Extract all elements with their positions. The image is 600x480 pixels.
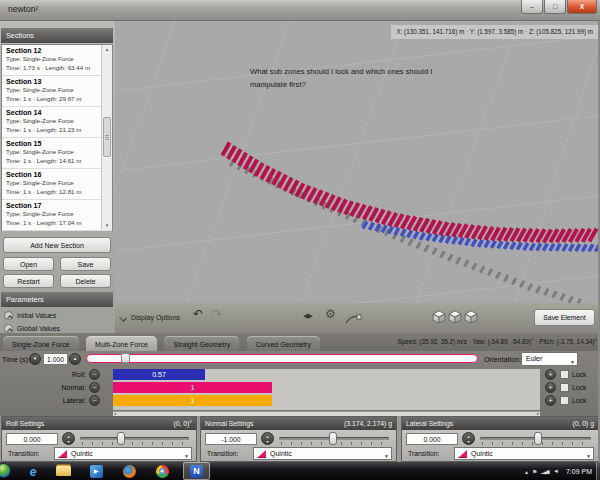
orientation-select[interactable]: Euler ▼ [521,352,578,366]
lateral-value-input[interactable]: 0.000 [406,433,458,445]
roll-slider-thumb[interactable] [117,432,125,445]
lateral-force-bar[interactable]: 1 [113,395,272,406]
spin-down-icon: ▼ [67,440,71,444]
firefox-icon [123,465,136,478]
time-input[interactable]: 1.000 [43,353,68,365]
cube-icon[interactable] [432,310,446,324]
lateral-bar-value: 1 [191,397,195,404]
save-element-button[interactable]: Save Element [534,309,595,326]
spin-up-icon: ▲ [67,435,71,439]
action-center-flag-icon[interactable]: ⚑ [532,468,537,475]
save-button[interactable]: Save [60,257,111,271]
lateral-transition-select[interactable]: Quintic ▼ [454,447,594,460]
delete-button[interactable]: Delete [60,274,111,288]
normal-add-button[interactable]: + [545,382,556,393]
lateral-slider-thumb[interactable] [534,432,542,445]
scroll-down-icon[interactable]: ▾ [102,221,112,230]
restart-button[interactable]: Restart [3,274,54,288]
internet-explorer-icon: e [30,465,37,479]
titlebar[interactable]: newton² [0,0,600,21]
lateral-spinner[interactable]: ▲▼ [462,432,475,445]
dropdown-caret-icon: ▼ [184,451,189,462]
section-item[interactable]: Section 14 Type: Single-Zone Force Time:… [2,107,112,138]
tray-expand-icon[interactable]: ▴ [525,468,528,475]
taskbar-chrome-button[interactable] [151,463,173,479]
network-icon[interactable]: ▂▄▆ [541,469,549,474]
section-type: Type: Single-Zone Force [6,148,108,157]
viewport-note: What sub zones should I lock and which o… [250,65,432,91]
view-preset-cubes [432,310,478,324]
maximize-button[interactable]: □ [544,0,566,14]
roll-transition-select[interactable]: Quintic ▼ [54,447,192,460]
close-button[interactable]: X [567,0,597,14]
time-decrease-button[interactable]: ▼ [29,353,41,365]
taskbar-firefox-button[interactable] [118,463,140,479]
time-increase-button[interactable]: ▲ [69,353,81,365]
spin-down-icon: ▼ [467,440,471,444]
global-values-item[interactable]: Global Values [4,322,112,335]
section-item[interactable]: Section 15 Type: Single-Zone Force Time:… [2,138,112,169]
normal-lock-checkbox[interactable] [560,383,569,392]
taskbar-media-player-button[interactable]: ▶ [85,463,107,479]
gear-icon[interactable]: ⚙ [325,307,336,321]
pan-arrows-icon[interactable]: ◀▶ [303,312,312,320]
normal-slider[interactable] [279,434,389,446]
display-options-button[interactable]: Display Options [131,303,180,332]
roll-bar-value: 0.57 [152,371,166,378]
normal-transition-select[interactable]: Quintic ▼ [253,447,392,460]
normal-lock-label: Lock [572,382,586,393]
section-name: Section 14 [6,109,108,117]
normal-spinner[interactable]: ▲▼ [261,432,274,445]
redo-icon[interactable]: ↷ [212,307,222,321]
chevron-down-icon [119,314,127,322]
start-button[interactable] [0,463,11,479]
minimize-button[interactable]: – [521,0,543,14]
lateral-remove-button[interactable]: – [89,395,100,406]
timeline-slider[interactable] [86,354,478,363]
editor-tabs: Single-Zone Force Multi-Zone Force Strai… [0,333,600,351]
cube-icon[interactable] [448,310,462,324]
roll-lock-checkbox[interactable] [560,370,569,379]
volume-icon[interactable]: ◄ [553,468,559,474]
section-item[interactable]: Section 16 Type: Single-Zone Force Time:… [2,169,112,200]
taskbar-ie-button[interactable]: e [22,463,44,479]
normal-value-input[interactable]: -1.000 [205,433,257,445]
spin-up-icon: ▲ [266,435,270,439]
show-desktop-button[interactable] [596,462,600,480]
curve-node-icon[interactable] [345,311,362,329]
roll-remove-button[interactable]: – [89,369,100,380]
lateral-add-button[interactable]: + [545,395,556,406]
roll-slider[interactable] [80,434,189,446]
section-type: Type: Single-Zone Force [6,117,108,126]
scrollbar-thumb[interactable] [103,117,111,157]
lateral-lock-checkbox[interactable] [560,396,569,405]
sections-scrollbar[interactable]: ▴ ▾ [101,45,112,230]
section-item[interactable]: Section 12 Type: Single-Zone Force Time:… [2,45,112,76]
section-item[interactable]: Section 17 Type: Single-Zone Force Time:… [2,200,112,231]
folder-icon [56,466,71,476]
parameters-header: Parameters [1,292,113,307]
undo-icon[interactable]: ↶ [193,307,203,321]
taskbar-newton-button[interactable]: N [183,462,210,480]
taskbar-explorer-button[interactable] [52,463,74,479]
cube-icon[interactable] [464,310,478,324]
roll-spinner[interactable]: ▲▼ [62,432,75,445]
normal-force-bar[interactable]: 1 [113,382,272,393]
global-values-label: Global Values [17,325,60,332]
timeline-slider-thumb[interactable] [121,353,130,363]
roll-force-bar[interactable]: 0.57 [113,369,205,380]
add-new-section-button[interactable]: Add New Section [3,237,111,253]
initial-values-item[interactable]: Initial Values [4,309,112,322]
lateral-settings-panel: Lateral Settings (0, 0) g 0.000 ▲▼ Trans… [401,416,599,462]
scroll-up-icon[interactable]: ▴ [102,45,112,54]
roll-value-input[interactable]: 0.000 [6,433,58,445]
normal-remove-button[interactable]: – [89,382,100,393]
taskbar-clock[interactable]: 7:09 PM [566,468,592,475]
open-button[interactable]: Open [3,257,54,271]
lateral-slider[interactable] [480,434,591,446]
viewport-3d[interactable]: X: (130.351, 141.716) m · Y: (1.597, 3.5… [115,21,598,333]
section-item[interactable]: Section 13 Type: Single-Zone Force Time:… [2,76,112,107]
normal-slider-thumb[interactable] [329,432,337,445]
quintic-curve-icon [257,450,266,458]
roll-add-button[interactable]: + [545,369,556,380]
